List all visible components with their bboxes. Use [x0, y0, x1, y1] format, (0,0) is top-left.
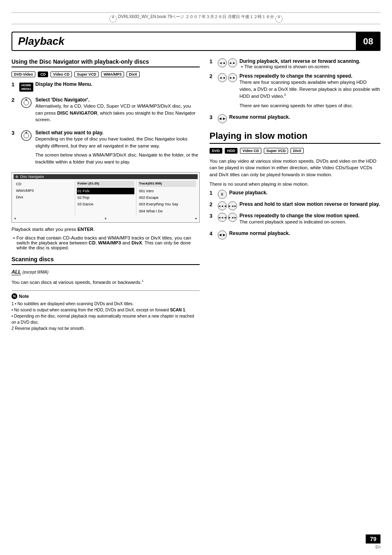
- svg-point-1: [24, 100, 29, 105]
- sm-badge-hdd: HDD: [225, 148, 238, 154]
- note-icon: N: [12, 293, 17, 299]
- two-col-layout: Using the Disc Navigator with playback-o…: [12, 58, 380, 332]
- disc-nav-title-bar: ⊕ Disc Navigator: [14, 174, 198, 179]
- rewind-btn: ◄◄: [218, 58, 227, 67]
- sm-badge-divx: DivX: [291, 148, 304, 154]
- home-menu-icon: HOMEMENU: [21, 81, 32, 93]
- fwd-btn: ►►: [228, 58, 237, 67]
- slow-rev-btn2: ◄◄◄: [218, 213, 227, 222]
- bullet-cd-switch: • For discs that contain CD-Audio tracks…: [13, 235, 200, 250]
- badge-video-cd: Video CD: [51, 71, 72, 77]
- scanning-heading: Scanning discs: [12, 256, 200, 265]
- step-2-disc-nav: 2 Select 'Disc Navigator'. Alternatively…: [12, 97, 200, 126]
- svg-point-2: [25, 99, 27, 101]
- sm-step2-label: Press and hold to start slow motion reve…: [240, 201, 380, 207]
- disc-nav-heading: Using the Disc Navigator with playback-o…: [12, 58, 200, 67]
- disc-nav-title: Disc Navigator: [20, 175, 44, 179]
- scan-step-2: 2 ◄◄ ►► Press repeatedly to change the s…: [210, 73, 380, 112]
- scan-step-3: 3 ◄► Resume normal playback.: [210, 114, 380, 123]
- resume-btn: ◄►: [218, 230, 227, 240]
- scan-step2-desc: There are four scanning speeds available…: [240, 79, 380, 100]
- scan-step1-label: During playback, start reverse or forwar…: [240, 58, 360, 64]
- slow-motion-intro: You can play video at various slow motio…: [210, 158, 380, 178]
- disc-nav-col3: Track(001-999) 001 Intro 002 Escape 003 …: [136, 180, 198, 215]
- dial-icon-3: [21, 130, 32, 141]
- step3-label: Select what you want to play.: [35, 130, 104, 136]
- step-1-disc-nav: 1 HOMEMENU Display the Home Menu.: [12, 81, 200, 93]
- page-lang: En: [376, 545, 380, 549]
- step1-label: Display the Home Menu.: [35, 81, 92, 87]
- scan-steps-right: 1 ◄◄ ►► During playback, start reverse o…: [210, 58, 380, 123]
- svg-point-5: [25, 132, 27, 134]
- scan-icons-2: ◄◄ ►►: [218, 73, 237, 82]
- scan-icons-1: ◄◄ ►►: [218, 58, 237, 67]
- sm-step-4: 4 ◄► Resume normal playback.: [210, 230, 380, 240]
- fwd-btn2: ►►: [228, 73, 237, 82]
- disc-nav-scroll: ▼ ▼ ▼: [14, 217, 198, 221]
- sm-step-3: 3 ◄◄◄ ►◄► Press repeatedly to change the…: [210, 213, 380, 228]
- sm-icons-1: ⏸: [218, 190, 227, 199]
- right-column: 1 ◄◄ ►► During playback, start reverse o…: [210, 58, 380, 332]
- step3-desc2: The screen below shows a WMA/MP3/DivX di…: [35, 152, 200, 165]
- page-title: Playback: [18, 35, 65, 48]
- except-text: (except WMA): [23, 270, 48, 274]
- scan-step-1: 1 ◄◄ ►► During playback, start reverse o…: [210, 58, 380, 71]
- slow-motion-badges: DVD HDD Video CD Super VCD DivX: [210, 148, 380, 154]
- sm-step3-desc: The current playback speed is indicated …: [240, 219, 360, 226]
- sm-step1-label: Pause playback.: [229, 190, 267, 196]
- slow-fwd-btn2: ►◄►: [228, 213, 237, 222]
- badge-divx: DivX: [127, 71, 140, 77]
- disc-nav-col2: Folder (01-20) 01 Folx 02 Pop 03 Dance: [75, 180, 137, 215]
- note-text: 1 • No subtitles are displayed when scan…: [12, 301, 200, 332]
- header-bar: ⊕ DVRLX60D_WV_EN.book 79ページ ２００７年３月２６日 月…: [12, 12, 380, 24]
- badge-dvd-video: DVD-Video: [12, 71, 35, 77]
- note-title: N Note: [12, 293, 200, 299]
- slow-motion-heading: Playing in slow motion: [210, 131, 380, 144]
- slow-rev-btn: ◄◄◄: [218, 201, 227, 210]
- scan-icons-3: ◄►: [218, 114, 227, 123]
- all-badge: ALL: [12, 269, 21, 275]
- compat-badges-disc-nav: DVD-Video CD Video CD Super VCD WMA/MP3 …: [12, 71, 200, 77]
- sm-step-2: 2 ◄◄◄ ►◄► Press and hold to start slow m…: [210, 201, 380, 210]
- note-section: N Note 1 • No subtitles are displayed wh…: [12, 290, 200, 332]
- scanning-discs-section: Scanning discs ALL (except WMA) You can …: [12, 256, 200, 332]
- sm-step3-label: Press repeatedly to change the slow moti…: [240, 213, 360, 219]
- step2-label: Select 'Disc Navigator'.: [35, 97, 90, 103]
- badge-cd: CD: [38, 71, 48, 77]
- file-info: DVRLX60D_WV_EN.book 79ページ ２００７年３月２６日 月曜日…: [118, 14, 274, 19]
- disc-nav-grid: CD WMA/MP3 Divx Folder (01-20) 01 Folx 0…: [14, 180, 198, 215]
- step3-desc: Depending on the type of disc you have l…: [35, 136, 200, 149]
- pause-btn: ⏸: [218, 190, 227, 199]
- sm-icons-2: ◄◄◄ ►◄►: [218, 201, 237, 210]
- page: ⊕ DVRLX60D_WV_EN.book 79ページ ２００７年３月２６日 月…: [0, 0, 392, 555]
- chapter-badge: 08: [356, 32, 380, 51]
- badge-super-vcd: Super VCD: [74, 71, 99, 77]
- scan-step2-label: Press repeatedly to change the scanning …: [240, 73, 353, 79]
- after-nav-text: Playback starts after you press ENTER.: [12, 226, 200, 233]
- slow-motion-section: Playing in slow motion DVD HDD Video CD …: [210, 131, 380, 240]
- sm-badge-dvd: DVD: [210, 148, 222, 154]
- left-column: Using the Disc Navigator with playback-o…: [12, 58, 200, 332]
- play-btn: ◄►: [218, 114, 227, 123]
- sm-icons-3: ◄◄◄ ►◄►: [218, 213, 237, 222]
- sm-step4-label: Resume normal playback.: [229, 230, 290, 236]
- svg-point-4: [24, 133, 29, 138]
- all-except-row: ALL (except WMA): [12, 269, 200, 276]
- page-number: 79: [366, 534, 380, 543]
- sm-badge-super-vcd: Super VCD: [264, 148, 288, 154]
- scan-step1-bullet: • The scanning speed is shown on-screen.: [241, 64, 360, 69]
- scan-step2-desc2: There are two scanning speeds for other …: [240, 102, 380, 109]
- sm-icons-4: ◄►: [218, 230, 227, 240]
- rewind-btn2: ◄◄: [218, 73, 227, 82]
- sm-step-1: 1 ⏸ Pause playback.: [210, 190, 380, 199]
- disc-nav-screenshot: ⊕ Disc Navigator CD WMA/MP3 Divx Folder …: [12, 172, 200, 223]
- dial-icon-2: [21, 97, 32, 108]
- slow-motion-no-sound: There is no sound when playing in slow m…: [210, 181, 380, 188]
- slow-fwd-btn: ►◄►: [228, 201, 237, 210]
- title-box: Playback 08: [12, 32, 380, 51]
- sm-badge-video-cd: Video CD: [240, 148, 261, 154]
- scan-intro: You can scan discs at various speeds, fo…: [12, 279, 200, 286]
- disc-nav-col1: CD WMA/MP3 Divx: [14, 180, 75, 215]
- scan-step3-label: Resume normal playback.: [229, 114, 290, 120]
- step-3-disc-nav: 3 Select what you want to play. Dependin…: [12, 130, 200, 168]
